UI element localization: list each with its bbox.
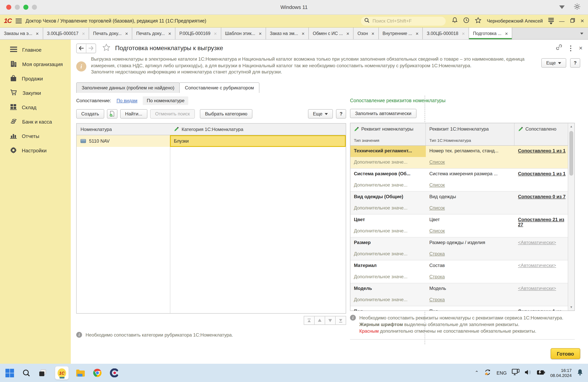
notifications-bell-icon[interactable] — [452, 17, 458, 25]
tab-close-icon[interactable]: × — [259, 31, 262, 36]
move-first-button[interactable] — [304, 316, 315, 325]
left-help-button[interactable]: ? — [336, 109, 346, 119]
tab-vnutrennie[interactable]: Внутренние ...× — [378, 28, 423, 39]
chrome-icon[interactable] — [92, 368, 102, 378]
type-link[interactable]: Список — [429, 183, 445, 188]
global-search[interactable] — [361, 17, 446, 25]
tab-close-icon[interactable]: × — [168, 31, 171, 36]
minimize-window-icon[interactable]: — — [559, 18, 565, 24]
column-matched[interactable]: Сопоставлено — [514, 126, 568, 132]
tab-close-icon[interactable]: × — [505, 31, 508, 36]
volume-icon[interactable] — [525, 369, 532, 377]
copy-button[interactable] — [107, 109, 117, 119]
attr-row-model[interactable]: Модель Модель <Автоматически> Дополнител… — [350, 283, 568, 306]
favorite-star-icon[interactable] — [102, 43, 110, 53]
by-types-link[interactable]: По видам — [116, 98, 137, 103]
cancel-search-button[interactable]: Отменить поиск — [150, 109, 195, 119]
matched-link[interactable]: Сопоставлено 0 из 7 — [518, 194, 566, 199]
vertical-scrollbar[interactable]: ▲ ▼ — [568, 123, 574, 310]
auto-link[interactable]: <Автоматически> — [518, 240, 556, 245]
c-app-icon[interactable] — [109, 368, 119, 378]
tab-zakaz-na-em[interactable]: Заказ на эм...× — [266, 28, 309, 39]
attr-row-clothing-type[interactable]: Вид одежды (Общие) Вид одежды Сопоставле… — [350, 192, 568, 215]
move-down-button[interactable] — [325, 316, 336, 325]
attr-row-gender[interactable]: Пол Пол Сопоставлено 1 из — [350, 306, 568, 311]
back-button[interactable] — [77, 44, 86, 53]
tab-close-icon[interactable]: × — [82, 31, 85, 36]
sidebar-item-warehouse[interactable]: Склад — [0, 100, 71, 115]
attr-row-tech-reglament[interactable]: Технический регламент... Номер тех. регл… — [350, 146, 568, 169]
notifications-tray-bell-icon[interactable] — [577, 369, 583, 377]
by-nomenclature-toggle[interactable]: По номенклатуре — [143, 96, 189, 105]
matched-link[interactable]: Сопоставлено 1 из 1 — [518, 148, 566, 154]
type-link[interactable]: Список — [429, 160, 445, 165]
tab-obmen[interactable]: Обмен с ИС ...× — [309, 28, 354, 39]
left-more-button[interactable]: Еще — [308, 109, 333, 119]
type-link[interactable]: Строка — [429, 251, 445, 257]
close-form-icon[interactable]: × — [579, 45, 583, 51]
sync-status-icon[interactable] — [484, 369, 492, 377]
vm-dropdown-icon[interactable] — [559, 5, 565, 9]
tab-data-filling[interactable]: Заполнение данных (проблем не найдено) — [76, 82, 180, 93]
tab-close-icon[interactable]: × — [125, 31, 128, 36]
favorites-star-icon[interactable] — [475, 17, 482, 25]
tray-expand-icon[interactable]: ⌃ — [475, 370, 479, 375]
current-user[interactable]: Чернобережский Алексей — [487, 18, 543, 24]
attr-row-size-system[interactable]: Система размеров (Об... Система измерени… — [350, 169, 568, 192]
fill-automatically-button[interactable]: Заполнить автоматически — [350, 109, 417, 118]
more-options-kebab-icon[interactable] — [570, 45, 571, 51]
done-button[interactable]: Готово — [551, 348, 580, 359]
sidebar-item-settings[interactable]: Настройки — [0, 143, 71, 158]
tab-r00cb-000169[interactable]: Р.00ЦБ-000169× — [176, 28, 221, 39]
auto-link[interactable]: <Автоматически> — [518, 286, 556, 291]
create-button[interactable]: Создать — [76, 109, 104, 119]
tab-rubricator-matching[interactable]: Сопоставление с рубрикатором — [179, 82, 259, 93]
move-last-button[interactable] — [335, 316, 346, 325]
windows-start-icon[interactable] — [5, 368, 15, 378]
tab-close-icon[interactable]: × — [36, 31, 39, 36]
tab-podgotovka-active[interactable]: Подготовка ...× — [469, 28, 512, 39]
search-input[interactable] — [372, 18, 442, 24]
tab-close-icon[interactable]: × — [302, 31, 304, 36]
tab-shablon[interactable]: Шаблон этик...× — [221, 28, 266, 39]
find-button[interactable]: Найти... — [120, 109, 147, 119]
column-nomenclature[interactable]: Номенклатура — [77, 126, 170, 132]
restore-window-icon[interactable] — [570, 18, 575, 24]
column-attr[interactable]: Реквизит номенклатуры — [350, 123, 426, 135]
tab-z00cb-000017[interactable]: З.00ЦБ-000017× — [43, 28, 89, 39]
tab-close-icon[interactable]: × — [462, 31, 465, 36]
column-attr-1c[interactable]: Реквизит 1С:Номенклатура — [426, 123, 514, 135]
sidebar-item-purchases[interactable]: Закупки — [0, 86, 71, 100]
tab-ozon[interactable]: Озон× — [354, 28, 378, 39]
taskbar-search-icon[interactable] — [21, 368, 32, 378]
sidebar-item-sales[interactable]: Продажи — [0, 72, 71, 86]
close-window-icon[interactable]: × — [580, 18, 584, 24]
get-link-icon[interactable] — [555, 44, 562, 52]
tab-pechat-2[interactable]: Печать доку...× — [132, 28, 176, 39]
tab-close-icon[interactable]: × — [346, 31, 349, 36]
attr-row-material[interactable]: Материал Состав <Автоматически> Дополнит… — [350, 260, 568, 283]
category-cell-selected[interactable]: Блузки — [170, 135, 346, 147]
tab-close-icon[interactable]: × — [416, 31, 419, 36]
move-up-button[interactable] — [314, 316, 325, 325]
sidebar-item-bank[interactable]: Банк и касса — [0, 115, 71, 129]
vm-settings-gear-icon[interactable] — [573, 2, 581, 12]
tab-pechat-1[interactable]: Печать доку...× — [89, 28, 132, 39]
help-button[interactable]: ? — [570, 58, 580, 68]
type-link[interactable]: Список — [429, 228, 445, 234]
table-row[interactable]: 5110 NAV Блузки — [77, 135, 346, 147]
column-category[interactable]: Категория 1С:Номенклатура — [170, 126, 346, 132]
sidebar-item-glavnoe[interactable]: Главное — [0, 43, 71, 57]
scroll-up-icon[interactable]: ▲ — [568, 123, 574, 130]
scroll-down-icon[interactable]: ▼ — [568, 304, 574, 310]
matched-link[interactable]: Сопоставлено 1 из — [518, 309, 562, 311]
battery-icon[interactable] — [537, 369, 545, 376]
select-category-button[interactable]: Выбрать категорию — [200, 109, 252, 119]
type-link[interactable]: Строка — [429, 274, 445, 280]
history-icon[interactable] — [463, 17, 469, 25]
tab-close-icon[interactable]: × — [371, 31, 374, 36]
scrollbar-thumb[interactable] — [569, 131, 573, 176]
forward-button[interactable] — [86, 44, 96, 53]
sidebar-item-organization[interactable]: Моя организация — [0, 57, 71, 72]
type-link[interactable]: Строка — [429, 297, 445, 302]
